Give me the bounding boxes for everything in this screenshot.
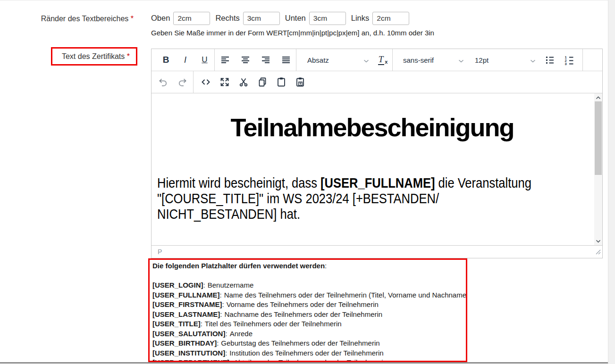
scroll-up-icon[interactable] [594,94,602,101]
placeholder-item: [USER_BIRTHDAY]:Geburtstag des Teilnehme… [152,339,466,348]
bullet-list-icon [544,54,556,66]
margin-left-label: Links [351,14,370,23]
toolbar-divider [392,49,393,71]
fullscreen-button[interactable] [215,73,234,91]
editor-content-area[interactable]: Teilnahmebescheinigung Hiermit wird besc… [152,93,602,245]
align-justify-button[interactable] [276,50,296,69]
align-center-icon [240,54,251,66]
paste-as-text-button[interactable] [291,73,310,91]
margin-right-input[interactable] [243,12,280,25]
margins-label-text: Ränder des Textbereiches [41,15,129,23]
editor-scrollbar[interactable] [594,93,602,245]
margin-bottom-label: Unten [285,14,306,23]
margin-left-input[interactable] [372,12,409,25]
placeholder-item: [USER_FULLNAME]:Name des Teilnehmers ode… [152,290,466,300]
toolbar-divider [296,49,296,71]
certificate-line-2: "[COURSE_TITLE]" im WS 2023/24 [+BESTAND… [157,191,536,207]
fullscreen-icon [219,76,230,88]
certificate-line-3: NICHT_BESTANDEN] hat. [157,207,536,222]
scrollbar-thumb[interactable] [595,101,602,175]
scroll-down-icon[interactable] [594,237,602,245]
font-size-dropdown[interactable]: 12pt [470,52,540,68]
paste-button[interactable] [272,73,291,91]
placeholder-item: [USER_LOGIN]:Benutzername [152,281,466,290]
chevron-down-icon [530,56,536,64]
required-asterisk: * [127,52,130,61]
clear-formatting-sub: x [385,59,388,65]
placeholder-item: [USER_INSTITUTION]:Institution des Teiln… [152,348,466,358]
placeholder-item: [USER_DEPARTMENT]:Abteilung des Teilnehm… [152,358,466,362]
clipboard-icon [276,76,287,88]
top-divider [0,0,608,0]
numbered-list-button[interactable]: 1 2 3 [559,50,579,69]
font-family-value: sans-serif [403,56,434,64]
align-left-button[interactable] [215,50,235,69]
clipboard-text-icon [295,76,306,88]
section-divider-bar [0,362,608,364]
editor-statusbar: P [152,245,602,258]
certificate-document: Teilnahmebescheinigung Hiermit wird besc… [152,93,602,222]
redo-icon [177,76,188,88]
font-size-value: 12pt [475,56,489,64]
margin-right-label: Rechts [215,14,239,23]
resize-grip-icon[interactable] [595,248,601,256]
undo-icon [158,76,169,88]
numbered-list-icon: 1 2 3 [564,54,575,66]
toolbar-divider [582,49,583,71]
align-justify-icon [280,54,292,66]
margin-inputs-row: Oben Rechts Unten Links [151,11,414,25]
required-asterisk: * [131,15,134,23]
font-family-dropdown[interactable]: sans-serif [398,52,468,68]
copy-icon [257,76,268,88]
block-format-dropdown[interactable]: Absatz [303,52,373,68]
clear-formatting-icon: Tx [378,55,388,65]
scissors-icon [238,76,249,88]
svg-text:3: 3 [564,62,566,66]
undo-button[interactable] [154,73,173,91]
page-scroll-gutter[interactable] [608,0,615,364]
source-code-icon [200,76,211,88]
bold-button[interactable]: B [156,50,176,69]
align-right-icon [260,54,271,66]
certificate-text-label: Text des Zertifikats * [51,47,137,66]
certificate-label-text: Text des Zertifikats [62,52,125,61]
margins-field-label: Ränder des Textbereiches * [0,15,134,23]
certificate-line-1: Hiermit wird bescheinigt, dass [USER_FUL… [157,175,536,191]
placeholder-item: [USER_TITLE]:Titel des Teilnehmers oder … [152,319,466,329]
align-right-button[interactable] [255,50,276,69]
align-left-icon [219,54,231,66]
underline-button[interactable]: U [195,50,214,69]
chevron-down-icon [363,56,369,64]
placeholder-item: [USER_LASTNAME]:Nachname des Teilnehmers… [152,310,466,320]
align-center-button[interactable] [235,50,255,69]
italic-button[interactable]: I [176,50,195,69]
certificate-paragraph: Hiermit wird bescheinigt, dass [USER_FUL… [157,175,587,222]
placeholder-item: [USER_SALUTATION]:Anrede [152,329,466,339]
margin-top-input[interactable] [173,12,210,25]
clear-formatting-letter: T [378,55,385,65]
redo-button[interactable] [173,73,192,91]
cut-button[interactable] [234,73,253,91]
placeholder-intro: Die folgenden Platzhalter dürfen verwend… [152,261,466,271]
block-format-value: Absatz [307,56,329,64]
chevron-down-icon [458,56,464,64]
richtext-editor: B I U Absatz Tx [151,49,603,258]
italic-icon: I [184,55,186,65]
margin-bottom-input[interactable] [309,12,346,25]
certificate-heading: Teilnahmebescheinigung [157,113,587,141]
element-path[interactable]: P [158,248,162,256]
bold-icon: B [163,55,169,65]
blank-line [152,271,466,281]
placeholder-info-box: Die folgenden Platzhalter dürfen verwend… [148,258,467,362]
toolbar-divider [193,71,194,93]
margin-top-label: Oben [151,14,170,23]
clear-formatting-button[interactable]: Tx [373,50,392,69]
editor-toolbar-row1: B I U Absatz Tx [152,49,602,71]
editor-toolbar-row2 [152,71,602,93]
underline-icon: U [202,55,207,65]
copy-button[interactable] [253,73,272,91]
margins-help-text: Geben Sie Maße immer in der Form WERT[cm… [151,29,434,37]
bullet-list-button[interactable] [540,50,559,69]
source-code-button[interactable] [196,73,215,91]
placeholder-item: [USER_FIRSTNAME]:Vorname des Teilnehmers… [152,300,466,310]
